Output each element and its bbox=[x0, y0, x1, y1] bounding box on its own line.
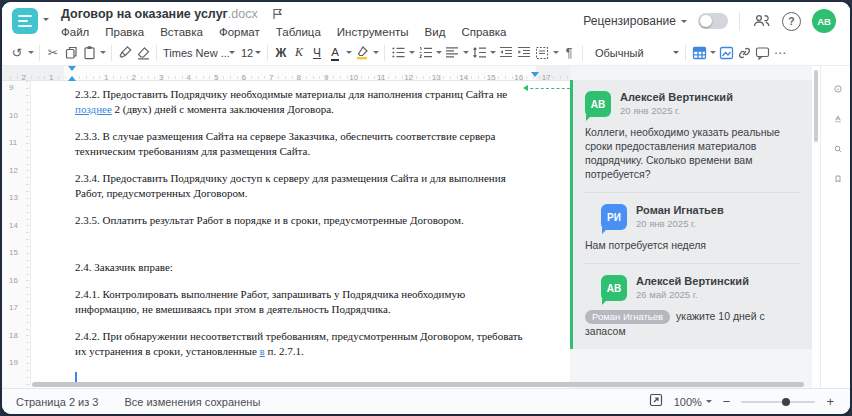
search-button[interactable] bbox=[828, 139, 848, 159]
bullet-list-dropdown[interactable] bbox=[407, 43, 416, 63]
menu-item[interactable]: Вставка bbox=[160, 26, 203, 38]
menu-item[interactable]: Файл bbox=[61, 26, 89, 38]
zoom-in-button[interactable]: + bbox=[824, 394, 836, 409]
menu-item[interactable]: Правка bbox=[105, 26, 144, 38]
help-button[interactable]: ? bbox=[782, 12, 801, 31]
comment-meta: Роман Игнатьев20 янв 2025 г. bbox=[636, 204, 724, 230]
menu-item[interactable]: Инструменты bbox=[337, 26, 409, 38]
highlight-button[interactable] bbox=[353, 43, 371, 63]
text-run: техническим требованиям для размещения С… bbox=[75, 145, 310, 157]
editor-area: 21123456789101112131415161718 9101112131… bbox=[2, 66, 570, 388]
ruler-number: 16 bbox=[9, 276, 18, 285]
highlight-dropdown[interactable] bbox=[371, 43, 380, 63]
text-run: 2.3.2. Предоставить Подрядчику необходим… bbox=[75, 88, 507, 100]
paragraph-border-button[interactable] bbox=[533, 43, 551, 63]
ruler-number: 14 bbox=[9, 221, 18, 230]
comment[interactable]: РИРоман Игнатьев20 янв 2025 г.Нам потреб… bbox=[585, 192, 800, 252]
collaborators-button[interactable] bbox=[751, 11, 771, 31]
scrollbar-thumb[interactable] bbox=[814, 70, 818, 142]
comment-text: Коллеги, необходимо указать реальные сро… bbox=[585, 125, 800, 181]
comment-anchor-line bbox=[525, 88, 570, 89]
spellcheck-button[interactable] bbox=[828, 109, 848, 129]
more-button[interactable]: ⋯ bbox=[771, 43, 789, 63]
info-button[interactable] bbox=[828, 79, 848, 99]
review-mode-dropdown[interactable]: Рецензирование bbox=[583, 14, 687, 28]
tracked-insertion: позднее bbox=[75, 103, 112, 115]
flag-icon[interactable] bbox=[268, 4, 288, 24]
document-viewport: 91011121314151617181920 2.3.2. Предостав… bbox=[2, 81, 570, 388]
copy-button[interactable] bbox=[62, 43, 80, 63]
font-size-select[interactable]: 12 bbox=[237, 43, 263, 63]
ruler-number: 12 bbox=[9, 166, 18, 175]
insert-link-button[interactable] bbox=[735, 43, 753, 63]
text-run: 2.3.4. Предоставить Подрядчику доступ к … bbox=[75, 172, 506, 184]
zoom-select[interactable]: 100% bbox=[674, 396, 712, 408]
insert-image-button[interactable] bbox=[717, 43, 735, 63]
bullet-list-button[interactable] bbox=[389, 43, 407, 63]
mention-pill[interactable]: Роман Игнатьев bbox=[585, 310, 670, 324]
format-painter-button[interactable] bbox=[116, 43, 134, 63]
paragraph: 2.3.5. Оплатить результат Работ в порядк… bbox=[75, 213, 538, 228]
numbered-list-dropdown[interactable] bbox=[434, 43, 443, 63]
font-name-select[interactable]: Times New ... bbox=[161, 43, 237, 63]
comment[interactable]: АВАлексей Вертинский20 янв 2025 г.Коллег… bbox=[585, 91, 800, 181]
show-formatting-button[interactable]: ¶ bbox=[560, 43, 578, 63]
chevron-down-icon bbox=[255, 51, 261, 57]
clear-format-button[interactable] bbox=[134, 43, 152, 63]
menu-item[interactable]: Формат bbox=[219, 26, 260, 38]
line-spacing-dropdown[interactable] bbox=[488, 43, 497, 63]
horizontal-scrollbar[interactable] bbox=[32, 382, 804, 387]
page-indicator[interactable]: Страница 2 из 3 bbox=[16, 396, 98, 408]
paragraph: 2.3.3. В случае размещения Сайта на серв… bbox=[75, 129, 538, 158]
increase-indent-button[interactable] bbox=[515, 43, 533, 63]
decrease-indent-button[interactable] bbox=[497, 43, 515, 63]
zoom-slider[interactable] bbox=[741, 401, 815, 403]
review-toggle[interactable] bbox=[698, 13, 728, 29]
menu-item[interactable]: Справка bbox=[461, 26, 506, 38]
bookmark-button[interactable] bbox=[828, 169, 848, 189]
menu-item[interactable]: Вид bbox=[425, 26, 446, 38]
insert-table-dropdown[interactable] bbox=[708, 43, 717, 63]
style-value: Обычный bbox=[589, 47, 673, 59]
font-color-dropdown[interactable] bbox=[344, 43, 353, 63]
vertical-scrollbar[interactable] bbox=[812, 66, 820, 388]
indent-marker-right[interactable] bbox=[531, 72, 539, 81]
chevron-down-icon bbox=[681, 20, 687, 26]
comment-author: Роман Игнатьев bbox=[636, 204, 724, 217]
cut-button[interactable]: ✂ bbox=[44, 43, 62, 63]
style-select[interactable]: Обычный bbox=[587, 43, 681, 63]
undo-dropdown[interactable] bbox=[26, 43, 35, 63]
font-color-button[interactable]: А bbox=[326, 43, 344, 63]
text-run: информацию, не вмешиваясь при этом в дея… bbox=[75, 303, 391, 315]
align-dropdown[interactable] bbox=[461, 43, 470, 63]
indent-marker-left[interactable] bbox=[68, 66, 76, 81]
numbered-list-button[interactable] bbox=[416, 43, 434, 63]
app-logo-button[interactable] bbox=[12, 8, 49, 34]
paste-dropdown[interactable] bbox=[98, 43, 107, 63]
line-spacing-button[interactable] bbox=[470, 43, 488, 63]
comment-thread[interactable]: АВАлексей Вертинский20 янв 2025 г.Коллег… bbox=[570, 80, 812, 349]
zoom-out-button[interactable]: − bbox=[721, 394, 733, 409]
scrollbar-thumb[interactable] bbox=[32, 382, 804, 387]
header: Договор на оказание услуг .docx ФайлПрав… bbox=[2, 2, 850, 40]
underline-button[interactable]: Ч bbox=[308, 43, 326, 63]
insert-table-button[interactable] bbox=[690, 43, 708, 63]
bold-button[interactable]: Ж bbox=[272, 43, 290, 63]
italic-button[interactable]: К bbox=[290, 43, 308, 63]
comment-author: Алексей Вертинский bbox=[620, 91, 733, 104]
comment-author: Алексей Вертинский bbox=[636, 275, 749, 288]
comment[interactable]: АВАлексей Вертинский26 май 2025 г.Роман … bbox=[585, 263, 800, 338]
user-avatar[interactable]: АВ bbox=[812, 9, 836, 33]
fit-width-button[interactable] bbox=[647, 393, 665, 410]
menu-item[interactable]: Таблица bbox=[276, 26, 321, 38]
zoom-slider-handle[interactable] bbox=[782, 398, 790, 406]
paragraph-border-dropdown[interactable] bbox=[551, 43, 560, 63]
document-page[interactable]: 2.3.2. Предоставить Подрядчику необходим… bbox=[31, 81, 570, 388]
comment-button[interactable] bbox=[753, 43, 771, 63]
divider bbox=[582, 45, 583, 61]
font-color-letter: А bbox=[331, 46, 339, 61]
align-button[interactable] bbox=[443, 43, 461, 63]
paragraph: 2.3.2. Предоставить Подрядчику необходим… bbox=[75, 87, 538, 116]
paste-button[interactable] bbox=[80, 43, 98, 63]
undo-button[interactable]: ↺ bbox=[8, 43, 26, 63]
